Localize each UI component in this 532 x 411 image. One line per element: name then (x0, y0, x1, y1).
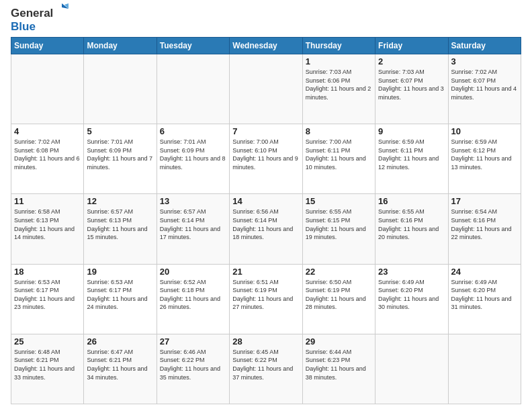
calendar-week-3: 11Sunrise: 6:58 AM Sunset: 6:13 PM Dayli… (11, 194, 521, 264)
calendar-cell: 10Sunrise: 6:59 AM Sunset: 6:12 PM Dayli… (448, 124, 521, 194)
day-info: Sunrise: 7:02 AM Sunset: 6:07 PM Dayligh… (451, 68, 518, 101)
day-number: 22 (306, 267, 372, 277)
day-info: Sunrise: 6:47 AM Sunset: 6:21 PM Dayligh… (87, 348, 153, 381)
calendar-cell: 7Sunrise: 7:00 AM Sunset: 6:10 PM Daylig… (230, 124, 302, 194)
calendar-cell: 6Sunrise: 7:01 AM Sunset: 6:09 PM Daylig… (157, 124, 229, 194)
day-number: 12 (87, 196, 153, 206)
day-info: Sunrise: 6:51 AM Sunset: 6:19 PM Dayligh… (232, 278, 299, 312)
calendar-table: SundayMondayTuesdayWednesdayThursdayFrid… (11, 37, 521, 404)
day-number: 18 (14, 267, 81, 277)
logo-general: General (11, 7, 53, 20)
day-info: Sunrise: 6:46 AM Sunset: 6:22 PM Dayligh… (160, 348, 226, 381)
day-header-sunday: Sunday (11, 38, 84, 54)
calendar-cell: 13Sunrise: 6:57 AM Sunset: 6:14 PM Dayli… (157, 194, 229, 264)
day-number: 2 (378, 56, 445, 66)
day-number: 8 (306, 126, 372, 136)
calendar-cell (84, 54, 157, 124)
day-info: Sunrise: 6:55 AM Sunset: 6:16 PM Dayligh… (378, 208, 445, 241)
day-number: 13 (160, 196, 226, 206)
day-number: 21 (232, 267, 299, 277)
day-number: 16 (378, 196, 445, 206)
day-info: Sunrise: 6:57 AM Sunset: 6:13 PM Dayligh… (87, 208, 153, 241)
day-info: Sunrise: 6:49 AM Sunset: 6:20 PM Dayligh… (451, 278, 518, 312)
day-number: 5 (87, 126, 153, 136)
calendar-cell (11, 54, 84, 124)
day-number: 17 (451, 196, 518, 206)
calendar-cell: 17Sunrise: 6:54 AM Sunset: 6:16 PM Dayli… (448, 194, 521, 264)
day-info: Sunrise: 6:52 AM Sunset: 6:18 PM Dayligh… (160, 278, 226, 312)
day-number: 14 (232, 196, 299, 206)
day-info: Sunrise: 6:53 AM Sunset: 6:17 PM Dayligh… (87, 278, 153, 312)
calendar-cell: 26Sunrise: 6:47 AM Sunset: 6:21 PM Dayli… (84, 334, 157, 404)
calendar-cell: 9Sunrise: 6:59 AM Sunset: 6:11 PM Daylig… (375, 124, 448, 194)
day-info: Sunrise: 7:01 AM Sunset: 6:09 PM Dayligh… (87, 138, 153, 171)
day-number: 15 (306, 196, 372, 206)
day-header-saturday: Saturday (448, 38, 521, 54)
day-info: Sunrise: 7:00 AM Sunset: 6:11 PM Dayligh… (306, 138, 372, 171)
day-number: 24 (451, 267, 518, 277)
calendar-cell: 28Sunrise: 6:45 AM Sunset: 6:22 PM Dayli… (230, 334, 302, 404)
calendar-cell: 18Sunrise: 6:53 AM Sunset: 6:17 PM Dayli… (11, 264, 84, 334)
day-info: Sunrise: 6:55 AM Sunset: 6:15 PM Dayligh… (306, 208, 372, 241)
page: General Blue SundayMondayTuesdayWednesda… (0, 0, 532, 411)
day-number: 23 (378, 267, 445, 277)
day-info: Sunrise: 7:03 AM Sunset: 6:06 PM Dayligh… (306, 68, 372, 101)
calendar-header-row: SundayMondayTuesdayWednesdayThursdayFrid… (11, 38, 521, 54)
day-number: 4 (14, 126, 81, 136)
calendar-cell: 4Sunrise: 7:02 AM Sunset: 6:08 PM Daylig… (11, 124, 84, 194)
calendar-cell (230, 54, 302, 124)
calendar-cell: 29Sunrise: 6:44 AM Sunset: 6:23 PM Dayli… (302, 334, 375, 404)
day-header-tuesday: Tuesday (157, 38, 229, 54)
calendar-week-1: 1Sunrise: 7:03 AM Sunset: 6:06 PM Daylig… (11, 54, 521, 124)
day-number: 19 (87, 267, 153, 277)
day-number: 29 (306, 336, 372, 347)
calendar-cell: 11Sunrise: 6:58 AM Sunset: 6:13 PM Dayli… (11, 194, 84, 264)
calendar-cell: 23Sunrise: 6:49 AM Sunset: 6:20 PM Dayli… (375, 264, 448, 334)
day-info: Sunrise: 6:58 AM Sunset: 6:13 PM Dayligh… (14, 208, 81, 241)
calendar-cell: 16Sunrise: 6:55 AM Sunset: 6:16 PM Dayli… (375, 194, 448, 264)
day-info: Sunrise: 7:00 AM Sunset: 6:10 PM Dayligh… (232, 138, 299, 171)
day-info: Sunrise: 6:49 AM Sunset: 6:20 PM Dayligh… (378, 278, 445, 312)
day-info: Sunrise: 6:54 AM Sunset: 6:16 PM Dayligh… (451, 208, 518, 241)
calendar-cell: 2Sunrise: 7:03 AM Sunset: 6:07 PM Daylig… (375, 54, 448, 124)
calendar-cell (157, 54, 229, 124)
calendar-cell: 21Sunrise: 6:51 AM Sunset: 6:19 PM Dayli… (230, 264, 302, 334)
day-info: Sunrise: 6:48 AM Sunset: 6:21 PM Dayligh… (14, 348, 81, 381)
day-number: 6 (160, 126, 226, 136)
day-info: Sunrise: 7:02 AM Sunset: 6:08 PM Dayligh… (14, 138, 81, 171)
logo-bird-icon (55, 3, 69, 18)
calendar-cell: 15Sunrise: 6:55 AM Sunset: 6:15 PM Dayli… (302, 194, 375, 264)
calendar-cell (375, 334, 448, 404)
calendar-cell: 19Sunrise: 6:53 AM Sunset: 6:17 PM Dayli… (84, 264, 157, 334)
day-header-wednesday: Wednesday (230, 38, 302, 54)
calendar-cell: 20Sunrise: 6:52 AM Sunset: 6:18 PM Dayli… (157, 264, 229, 334)
day-info: Sunrise: 6:53 AM Sunset: 6:17 PM Dayligh… (14, 278, 81, 312)
day-info: Sunrise: 6:57 AM Sunset: 6:14 PM Dayligh… (160, 208, 226, 241)
day-number: 3 (451, 56, 518, 66)
day-number: 9 (378, 126, 445, 136)
day-number: 20 (160, 267, 226, 277)
day-header-thursday: Thursday (302, 38, 375, 54)
calendar-week-5: 25Sunrise: 6:48 AM Sunset: 6:21 PM Dayli… (11, 334, 521, 404)
calendar-cell (448, 334, 521, 404)
day-number: 26 (87, 336, 153, 347)
calendar-cell: 27Sunrise: 6:46 AM Sunset: 6:22 PM Dayli… (157, 334, 229, 404)
day-number: 10 (451, 126, 518, 136)
calendar-cell: 24Sunrise: 6:49 AM Sunset: 6:20 PM Dayli… (448, 264, 521, 334)
day-number: 27 (160, 336, 226, 347)
day-info: Sunrise: 7:01 AM Sunset: 6:09 PM Dayligh… (160, 138, 226, 171)
calendar-cell: 22Sunrise: 6:50 AM Sunset: 6:19 PM Dayli… (302, 264, 375, 334)
calendar-cell: 1Sunrise: 7:03 AM Sunset: 6:06 PM Daylig… (302, 54, 375, 124)
day-number: 25 (14, 336, 81, 347)
calendar-cell: 14Sunrise: 6:56 AM Sunset: 6:14 PM Dayli… (230, 194, 302, 264)
calendar-cell: 5Sunrise: 7:01 AM Sunset: 6:09 PM Daylig… (84, 124, 157, 194)
calendar-cell: 12Sunrise: 6:57 AM Sunset: 6:13 PM Dayli… (84, 194, 157, 264)
day-info: Sunrise: 6:56 AM Sunset: 6:14 PM Dayligh… (232, 208, 299, 241)
day-info: Sunrise: 6:59 AM Sunset: 6:11 PM Dayligh… (378, 138, 445, 171)
day-info: Sunrise: 6:44 AM Sunset: 6:23 PM Dayligh… (306, 348, 372, 381)
header: General Blue (11, 7, 521, 33)
day-number: 11 (14, 196, 81, 206)
day-info: Sunrise: 6:50 AM Sunset: 6:19 PM Dayligh… (306, 278, 372, 312)
day-number: 1 (306, 56, 372, 66)
calendar-week-2: 4Sunrise: 7:02 AM Sunset: 6:08 PM Daylig… (11, 124, 521, 194)
